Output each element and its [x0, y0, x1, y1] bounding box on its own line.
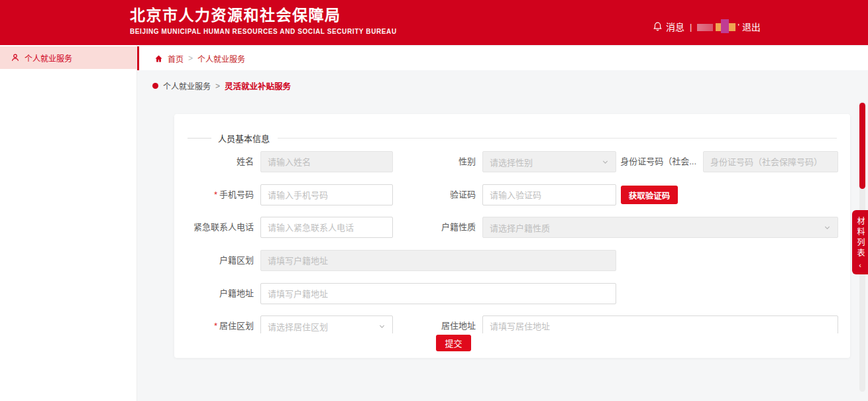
- phone-field-wrap: [260, 184, 393, 205]
- section-title: 人员基本信息: [218, 132, 270, 144]
- breadcrumb-current[interactable]: 个人就业服务: [197, 53, 245, 64]
- hukou-address-field-wrap: [260, 283, 616, 304]
- required-mark: *: [214, 321, 217, 331]
- residence-region-select[interactable]: 请选择居住区划: [260, 315, 393, 333]
- home-icon: [154, 54, 163, 63]
- site-title: 北京市人力资源和社会保障局: [130, 6, 397, 25]
- captcha-input[interactable]: [482, 184, 616, 205]
- residence-region-placeholder: 请选择居住区划: [268, 320, 328, 333]
- required-mark: *: [214, 190, 217, 200]
- section-line-right: [278, 138, 837, 139]
- hukou-region-input: [260, 250, 616, 271]
- submit-button[interactable]: 提交: [436, 335, 471, 351]
- get-captcha-button[interactable]: 获取验证码: [621, 186, 678, 204]
- breadcrumb-separator: >: [188, 54, 193, 63]
- hukou-type-select-wrap: 请选择户籍性质: [482, 217, 838, 238]
- hukou-type-placeholder: 请选择户籍性质: [490, 221, 550, 234]
- hukou-address-label: 户籍地址: [174, 283, 254, 304]
- breadcrumb: 首页 > 个人就业服务: [137, 46, 868, 70]
- page-breadcrumb-separator: >: [215, 82, 220, 91]
- page-breadcrumb-current: 灵活就业补贴服务: [225, 80, 291, 92]
- header-actions: 消息 | ' 退出: [653, 19, 761, 34]
- breadcrumb-home[interactable]: 首页: [168, 53, 184, 64]
- gender-placeholder: 请选择性别: [490, 156, 533, 168]
- site-subtitle: BEIJING MUNICIPAL HUMAN RESOURCES AND SO…: [130, 28, 397, 35]
- emergency-phone-label: 紧急联系人电话: [174, 217, 254, 238]
- masked-username: [697, 19, 735, 34]
- residence-region-label-text: 居住区划: [219, 321, 254, 331]
- emergency-phone-input[interactable]: [260, 217, 393, 238]
- form-card: 人员基本信息 姓名 性别 请选择性别 身份证号码（社会... *手机号码 验证码…: [174, 114, 850, 358]
- residence-address-field-wrap: [482, 315, 838, 333]
- captcha-field-wrap: [482, 184, 616, 205]
- residence-address-input[interactable]: [482, 315, 838, 333]
- name-label: 姓名: [174, 151, 254, 172]
- header-divider: |: [690, 22, 692, 32]
- bell-icon: [653, 21, 663, 32]
- hukou-region-field-wrap: [260, 250, 616, 271]
- sidebar-item-label: 个人就业服务: [25, 52, 72, 64]
- red-dot-icon: [152, 83, 158, 89]
- section-line-left: [188, 138, 211, 139]
- captcha-label: 验证码: [376, 184, 476, 205]
- page-breadcrumb: 个人就业服务 > 灵活就业补贴服务: [152, 80, 868, 92]
- masked-block-1: [697, 24, 713, 31]
- id-number-input: [703, 151, 838, 172]
- hukou-type-select: 请选择户籍性质: [482, 217, 838, 238]
- materials-list-tab[interactable]: 材料列表 ‹: [852, 210, 868, 274]
- logout-link[interactable]: 退出: [742, 20, 761, 33]
- name-input: [260, 151, 393, 172]
- sidebar-item-personal-employment[interactable]: 个人就业服务: [0, 46, 136, 69]
- name-field-wrap: [260, 151, 393, 172]
- id-number-field-wrap: [703, 151, 838, 172]
- form-body: 人员基本信息 姓名 性别 请选择性别 身份证号码（社会... *手机号码 验证码…: [174, 114, 850, 333]
- messages-link[interactable]: 消息: [666, 20, 684, 33]
- hukou-address-input[interactable]: [260, 283, 616, 304]
- emergency-phone-field-wrap: [260, 217, 393, 238]
- phone-label-text: 手机号码: [219, 190, 254, 200]
- scrollbar-thumb[interactable]: [859, 103, 865, 189]
- phone-label: *手机号码: [174, 184, 254, 205]
- chevron-down-icon: [824, 224, 831, 231]
- phone-input[interactable]: [260, 184, 393, 205]
- person-icon: [11, 53, 20, 62]
- page-breadcrumb-parent[interactable]: 个人就业服务: [163, 80, 211, 91]
- site-brand: 北京市人力资源和社会保障局 BEIJING MUNICIPAL HUMAN RE…: [130, 6, 397, 35]
- sidebar: 个人就业服务: [0, 45, 137, 401]
- residence-region-select-wrap: 请选择居住区划: [260, 315, 393, 333]
- masked-username-suffix: ': [737, 22, 739, 32]
- chevron-left-icon: ‹: [859, 262, 861, 268]
- hukou-type-label: 户籍性质: [376, 217, 476, 238]
- residence-address-label: 居住地址: [376, 315, 476, 333]
- gender-label: 性别: [376, 151, 476, 172]
- residence-region-label: *居住区划: [174, 315, 254, 333]
- id-number-label: 身份证号码（社会...: [584, 151, 696, 172]
- masked-block-3: [721, 19, 729, 33]
- app-header: 北京市人力资源和社会保障局 BEIJING MUNICIPAL HUMAN RE…: [0, 0, 868, 45]
- section-header: 人员基本信息: [188, 133, 837, 143]
- hukou-region-label: 户籍区划: [174, 250, 254, 271]
- materials-list-tab-label: 材料列表: [852, 217, 868, 259]
